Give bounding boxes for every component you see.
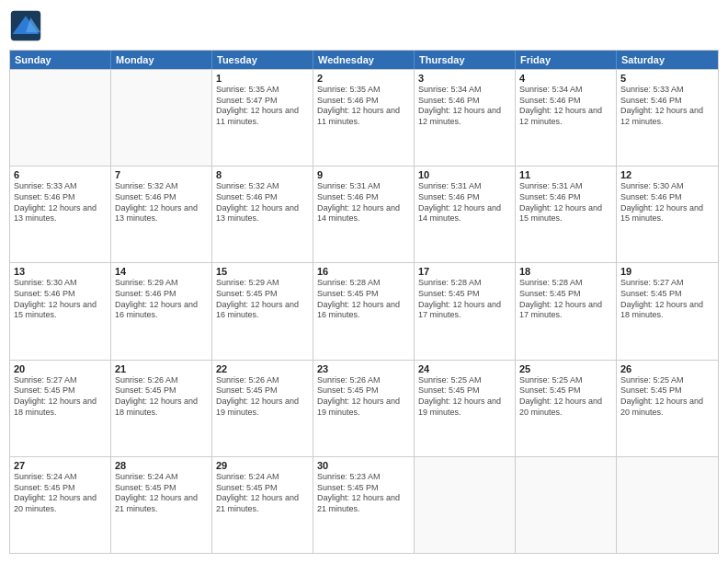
cell-info: Sunrise: 5:33 AMSunset: 5:46 PMDaylight:…: [14, 181, 107, 224]
cell-day-number: 24: [418, 363, 511, 374]
cell-day-number: 20: [14, 363, 107, 374]
cell-info: Sunrise: 5:31 AMSunset: 5:46 PMDaylight:…: [317, 181, 410, 224]
cal-cell-13: 13Sunrise: 5:30 AMSunset: 5:46 PMDayligh…: [10, 263, 111, 359]
cell-day-number: 2: [317, 73, 410, 84]
cal-cell-22: 22Sunrise: 5:26 AMSunset: 5:45 PMDayligh…: [212, 361, 313, 456]
cell-info: Sunrise: 5:31 AMSunset: 5:46 PMDaylight:…: [418, 181, 511, 224]
cal-cell-1: 1Sunrise: 5:35 AMSunset: 5:47 PMDaylight…: [212, 70, 313, 166]
cal-cell-2: 2Sunrise: 5:35 AMSunset: 5:46 PMDaylight…: [313, 70, 415, 166]
cal-cell-26: 26Sunrise: 5:25 AMSunset: 5:45 PMDayligh…: [617, 361, 718, 456]
week-row-4: 20Sunrise: 5:27 AMSunset: 5:45 PMDayligh…: [10, 360, 718, 456]
cal-cell-7: 7Sunrise: 5:32 AMSunset: 5:46 PMDaylight…: [111, 167, 212, 262]
cell-day-number: 18: [519, 266, 612, 277]
cal-cell-8: 8Sunrise: 5:32 AMSunset: 5:46 PMDaylight…: [212, 167, 313, 262]
cal-cell-empty-6: [617, 457, 718, 553]
cell-info: Sunrise: 5:29 AMSunset: 5:45 PMDaylight:…: [216, 278, 309, 321]
cal-cell-20: 20Sunrise: 5:27 AMSunset: 5:45 PMDayligh…: [10, 361, 111, 456]
cell-day-number: 19: [620, 266, 714, 277]
logo: [9, 9, 46, 42]
cal-cell-10: 10Sunrise: 5:31 AMSunset: 5:46 PMDayligh…: [415, 167, 516, 262]
cell-info: Sunrise: 5:32 AMSunset: 5:46 PMDaylight:…: [216, 181, 309, 224]
cal-cell-6: 6Sunrise: 5:33 AMSunset: 5:46 PMDaylight…: [10, 167, 111, 262]
cell-info: Sunrise: 5:31 AMSunset: 5:46 PMDaylight:…: [519, 181, 612, 224]
cell-info: Sunrise: 5:35 AMSunset: 5:47 PMDaylight:…: [216, 85, 309, 128]
cell-info: Sunrise: 5:30 AMSunset: 5:46 PMDaylight:…: [14, 278, 107, 321]
cal-cell-5: 5Sunrise: 5:33 AMSunset: 5:46 PMDaylight…: [617, 70, 718, 166]
cell-info: Sunrise: 5:28 AMSunset: 5:45 PMDaylight:…: [519, 278, 612, 321]
cal-cell-empty-4: [415, 457, 516, 553]
cell-info: Sunrise: 5:23 AMSunset: 5:45 PMDaylight:…: [317, 472, 410, 515]
cell-info: Sunrise: 5:26 AMSunset: 5:45 PMDaylight:…: [115, 375, 208, 419]
cal-cell-29: 29Sunrise: 5:24 AMSunset: 5:45 PMDayligh…: [212, 457, 313, 553]
calendar-header: SundayMondayTuesdayWednesdayThursdayFrid…: [10, 51, 718, 69]
week-row-5: 27Sunrise: 5:24 AMSunset: 5:45 PMDayligh…: [10, 456, 718, 553]
cell-day-number: 22: [216, 363, 309, 374]
cell-day-number: 28: [115, 460, 208, 471]
cell-info: Sunrise: 5:26 AMSunset: 5:45 PMDaylight:…: [216, 375, 309, 419]
header-day-wednesday: Wednesday: [313, 51, 415, 69]
cell-day-number: 21: [115, 363, 208, 374]
cell-info: Sunrise: 5:25 AMSunset: 5:45 PMDaylight:…: [418, 375, 511, 419]
cell-info: Sunrise: 5:24 AMSunset: 5:45 PMDaylight:…: [14, 472, 107, 515]
cell-info: Sunrise: 5:28 AMSunset: 5:45 PMDaylight:…: [317, 278, 410, 321]
header-day-thursday: Thursday: [415, 51, 516, 69]
header-day-sunday: Sunday: [10, 51, 111, 69]
cal-cell-14: 14Sunrise: 5:29 AMSunset: 5:46 PMDayligh…: [111, 263, 212, 359]
cal-cell-30: 30Sunrise: 5:23 AMSunset: 5:45 PMDayligh…: [313, 457, 415, 553]
cell-day-number: 11: [519, 169, 612, 180]
cal-cell-3: 3Sunrise: 5:34 AMSunset: 5:46 PMDaylight…: [415, 70, 516, 166]
cell-day-number: 12: [620, 169, 714, 180]
header-day-monday: Monday: [111, 51, 212, 69]
cal-cell-9: 9Sunrise: 5:31 AMSunset: 5:46 PMDaylight…: [313, 167, 415, 262]
header-day-friday: Friday: [516, 51, 617, 69]
cell-day-number: 6: [14, 169, 107, 180]
week-row-1: 1Sunrise: 5:35 AMSunset: 5:47 PMDaylight…: [10, 69, 718, 166]
cell-day-number: 1: [216, 73, 309, 84]
cell-info: Sunrise: 5:26 AMSunset: 5:45 PMDaylight:…: [317, 375, 410, 419]
cal-cell-empty-1: [111, 70, 212, 166]
cell-day-number: 27: [14, 460, 107, 471]
cell-info: Sunrise: 5:24 AMSunset: 5:45 PMDaylight:…: [216, 472, 309, 515]
cal-cell-27: 27Sunrise: 5:24 AMSunset: 5:45 PMDayligh…: [10, 457, 111, 553]
cal-cell-15: 15Sunrise: 5:29 AMSunset: 5:45 PMDayligh…: [212, 263, 313, 359]
cal-cell-25: 25Sunrise: 5:25 AMSunset: 5:45 PMDayligh…: [516, 361, 617, 456]
cell-day-number: 13: [14, 266, 107, 277]
week-row-3: 13Sunrise: 5:30 AMSunset: 5:46 PMDayligh…: [10, 262, 718, 359]
calendar-page: SundayMondayTuesdayWednesdayThursdayFrid…: [0, 0, 728, 563]
cal-cell-12: 12Sunrise: 5:30 AMSunset: 5:46 PMDayligh…: [617, 167, 718, 262]
cal-cell-24: 24Sunrise: 5:25 AMSunset: 5:45 PMDayligh…: [415, 361, 516, 456]
header-day-saturday: Saturday: [617, 51, 718, 69]
cell-info: Sunrise: 5:28 AMSunset: 5:45 PMDaylight:…: [418, 278, 511, 321]
cell-day-number: 10: [418, 169, 511, 180]
cell-day-number: 29: [216, 460, 309, 471]
cal-cell-21: 21Sunrise: 5:26 AMSunset: 5:45 PMDayligh…: [111, 361, 212, 456]
cal-cell-4: 4Sunrise: 5:34 AMSunset: 5:46 PMDaylight…: [516, 70, 617, 166]
cal-cell-11: 11Sunrise: 5:31 AMSunset: 5:46 PMDayligh…: [516, 167, 617, 262]
cell-day-number: 3: [418, 73, 511, 84]
cell-day-number: 9: [317, 169, 410, 180]
cell-info: Sunrise: 5:33 AMSunset: 5:46 PMDaylight:…: [620, 85, 714, 128]
cal-cell-17: 17Sunrise: 5:28 AMSunset: 5:45 PMDayligh…: [415, 263, 516, 359]
header-day-tuesday: Tuesday: [212, 51, 313, 69]
cell-info: Sunrise: 5:34 AMSunset: 5:46 PMDaylight:…: [418, 85, 511, 128]
cell-info: Sunrise: 5:35 AMSunset: 5:46 PMDaylight:…: [317, 85, 410, 128]
cell-info: Sunrise: 5:24 AMSunset: 5:45 PMDaylight:…: [115, 472, 208, 515]
cell-info: Sunrise: 5:25 AMSunset: 5:45 PMDaylight:…: [519, 375, 612, 419]
cell-day-number: 26: [620, 363, 714, 374]
cell-info: Sunrise: 5:32 AMSunset: 5:46 PMDaylight:…: [115, 181, 208, 224]
cell-day-number: 30: [317, 460, 410, 471]
cell-day-number: 4: [519, 73, 612, 84]
cal-cell-empty-0: [10, 70, 111, 166]
cell-day-number: 25: [519, 363, 612, 374]
cell-day-number: 23: [317, 363, 410, 374]
cell-info: Sunrise: 5:29 AMSunset: 5:46 PMDaylight:…: [115, 278, 208, 321]
cell-day-number: 16: [317, 266, 410, 277]
cell-day-number: 17: [418, 266, 511, 277]
week-row-2: 6Sunrise: 5:33 AMSunset: 5:46 PMDaylight…: [10, 166, 718, 262]
cal-cell-18: 18Sunrise: 5:28 AMSunset: 5:45 PMDayligh…: [516, 263, 617, 359]
page-header: [9, 9, 719, 42]
cell-info: Sunrise: 5:27 AMSunset: 5:45 PMDaylight:…: [14, 375, 107, 419]
cal-cell-19: 19Sunrise: 5:27 AMSunset: 5:45 PMDayligh…: [617, 263, 718, 359]
cal-cell-16: 16Sunrise: 5:28 AMSunset: 5:45 PMDayligh…: [313, 263, 415, 359]
cell-day-number: 8: [216, 169, 309, 180]
